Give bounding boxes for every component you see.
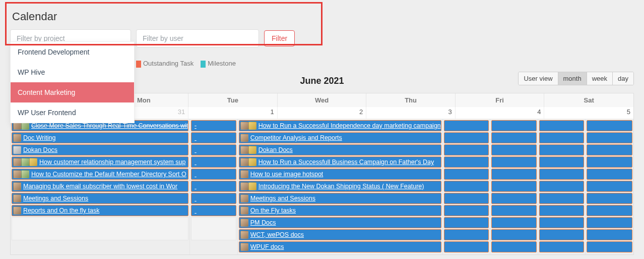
event[interactable]: On the Fly tasks [239,205,441,216]
event-title[interactable]: Doc Writing [23,134,55,141]
event-title[interactable]: How to Run a Successfull Business Campai… [259,159,434,166]
date-cell[interactable]: 1 [188,107,278,119]
event[interactable] [191,205,236,216]
event[interactable] [539,132,585,143]
event[interactable]: Dokan Docs [239,144,441,156]
event-title[interactable]: Close More Sales Through Real-Time Conve… [31,122,188,129]
event[interactable] [444,144,489,156]
event[interactable] [539,241,585,252]
event-title[interactable]: PM Docs [250,219,276,226]
event[interactable] [587,217,632,228]
event[interactable] [491,169,537,180]
event[interactable] [491,229,537,240]
event[interactable] [444,120,489,131]
event-title[interactable]: Meetings and Sessions [250,195,315,202]
event[interactable] [539,193,585,204]
event-title[interactable]: WPUF docs [250,243,284,250]
event-title[interactable] [195,146,196,153]
event[interactable] [491,217,537,228]
event[interactable] [587,241,632,252]
event-title[interactable] [195,195,196,202]
event-title[interactable]: Introducing the New Dokan Shipping Statu… [259,183,424,190]
date-cell[interactable]: 3 [366,107,456,119]
event[interactable] [444,169,489,180]
event[interactable]: How to Run a Successfull Business Campai… [239,157,441,168]
event[interactable]: Meetings and Sessions [12,193,188,204]
event[interactable]: PM Docs [239,217,441,228]
event-title[interactable] [195,171,196,178]
filter-user-input[interactable] [136,29,259,47]
event[interactable] [191,144,236,156]
event-title[interactable]: How to Run a Successful Independence day… [259,122,441,129]
event-title[interactable]: Dokan Docs [259,146,293,153]
view-tab-month[interactable]: month [558,72,587,85]
event[interactable] [444,217,489,228]
event[interactable] [539,229,585,240]
event[interactable] [539,181,585,192]
event-title[interactable] [195,183,196,190]
date-cell[interactable]: 5 [544,107,633,119]
view-tab-user[interactable]: User view [519,72,558,85]
event[interactable] [587,205,632,216]
event[interactable] [587,132,632,143]
event[interactable] [491,144,537,156]
dropdown-item-frontend[interactable]: Frontend Development [11,42,134,62]
dropdown-item-wphive[interactable]: WP Hive [11,62,134,82]
event[interactable] [191,193,236,204]
event[interactable] [191,120,236,131]
event[interactable] [539,144,585,156]
view-tab-day[interactable]: day [613,72,633,85]
event[interactable] [491,205,537,216]
view-tab-week[interactable]: week [587,72,613,85]
event-title[interactable]: Reports and On the fly task [23,207,99,214]
event[interactable] [444,132,489,143]
event[interactable]: Dokan Docs [12,144,188,156]
event[interactable]: Managing bulk email subscriber with lowe… [12,181,188,192]
event-title[interactable] [195,122,196,129]
date-cell[interactable]: 4 [456,107,545,119]
event[interactable] [444,229,489,240]
dropdown-item-wpuser[interactable]: WP User Frontend [11,102,134,123]
event-title[interactable]: Dokan Docs [23,146,57,153]
event-title[interactable]: How to Customize the Default Member Dire… [31,171,186,178]
event[interactable]: Doc Writing [12,132,188,143]
event[interactable] [587,144,632,156]
event[interactable] [539,217,585,228]
event[interactable] [491,241,537,252]
event[interactable] [587,193,632,204]
event[interactable]: Competitor Analysis and Reports [239,132,441,143]
event-title[interactable]: On the Fly tasks [250,207,296,214]
event[interactable] [539,120,585,131]
date-cell[interactable]: 2 [278,107,367,119]
event-title[interactable]: How customer relationship management sys… [39,159,185,166]
dropdown-item-content-marketing[interactable]: Content Marketing [11,82,134,102]
event[interactable] [587,229,632,240]
event[interactable] [191,169,236,180]
event[interactable] [587,120,632,131]
event[interactable]: Reports and On the fly task [12,205,188,216]
event[interactable]: WCT, wePOS docs [239,229,441,240]
event[interactable] [491,181,537,192]
event[interactable]: How customer relationship management sys… [12,157,188,168]
event[interactable] [444,241,489,252]
event[interactable]: How to Run a Successful Independence day… [239,120,441,131]
event[interactable] [539,205,585,216]
event[interactable] [587,169,632,180]
event[interactable]: Meetings and Sessions [239,193,441,204]
event-title[interactable] [195,207,196,214]
event[interactable] [491,120,537,131]
event-title[interactable] [195,159,196,166]
event-title[interactable]: How to use image hotspot [250,171,324,178]
filter-button[interactable]: Filter [264,30,295,46]
event[interactable] [444,157,489,168]
event[interactable] [539,157,585,168]
event-title[interactable]: Competitor Analysis and Reports [250,134,342,141]
event-title[interactable]: Managing bulk email subscriber with lowe… [23,183,177,190]
event[interactable] [191,132,236,143]
event[interactable]: Introducing the New Dokan Shipping Statu… [239,181,441,192]
event-title[interactable]: Meetings and Sessions [23,195,88,202]
event[interactable] [444,193,489,204]
event[interactable] [491,193,537,204]
event-title[interactable] [195,134,196,141]
event[interactable] [539,169,585,180]
